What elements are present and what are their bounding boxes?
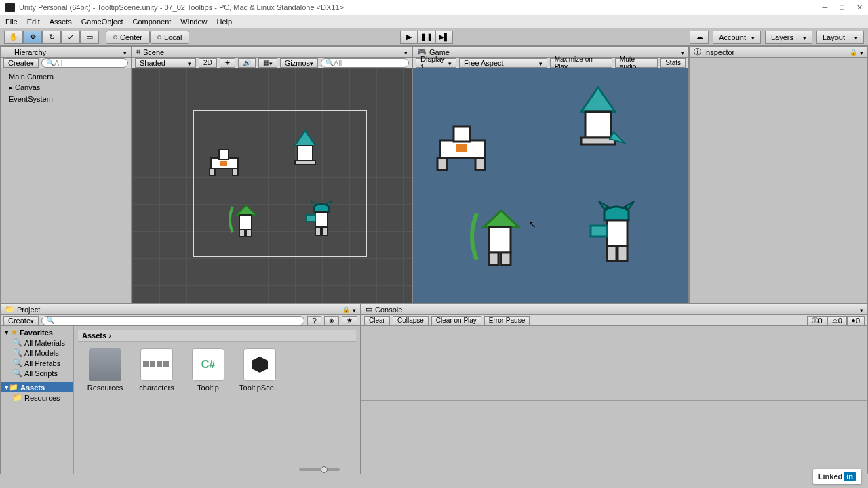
sprite-wizard[interactable] (288, 129, 322, 167)
maximize-toggle[interactable]: Maximize on Play (550, 58, 612, 68)
breadcrumb[interactable]: Assets › (78, 330, 356, 342)
shading-dropdown[interactable]: Shaded (135, 58, 196, 68)
console-clear-on-play[interactable]: Clear on Play (431, 316, 481, 325)
asset-grid: Resources characters C# Tooltip TooltipS… (78, 342, 356, 399)
fav-item[interactable]: 🔍All Scripts (1, 368, 73, 378)
console-tab[interactable]: ▭Console (361, 304, 867, 315)
warn-count[interactable]: ⚠ 0 (827, 316, 847, 325)
asset-folder[interactable]: Resources (85, 348, 125, 392)
menubar: File Edit Assets GameObject Component Wi… (0, 15, 868, 28)
play-controls: ▶ ❚❚ ▶▌ (400, 30, 453, 44)
scene-view[interactable] (132, 68, 412, 303)
stats-toggle[interactable]: Stats (660, 58, 686, 68)
pivot-local[interactable]: Local (150, 30, 189, 44)
filter-type-icon[interactable]: ◈ (324, 316, 339, 325)
svg-rect-40 (163, 361, 169, 367)
scene-search[interactable]: 🔍All (321, 58, 409, 68)
svg-rect-10 (239, 230, 245, 237)
hierarchy-tab[interactable]: ☰Hierarchy (1, 47, 131, 58)
hierarchy-create[interactable]: Create (3, 58, 39, 68)
asset-scene[interactable]: TooltipSce... (239, 348, 280, 392)
aspect-dropdown[interactable]: Free Aspect (459, 58, 547, 68)
favorites-header[interactable]: ▾★Favorites (1, 327, 73, 338)
console-clear[interactable]: Clear (364, 316, 390, 325)
right-toolbar: ☁ Account Layers Layout (690, 30, 864, 44)
error-count[interactable]: ● 0 (847, 316, 865, 325)
project-create[interactable]: Create (3, 316, 39, 325)
asset-script[interactable]: C# Tooltip (188, 348, 229, 392)
scene-tab[interactable]: ⌗Scene (132, 47, 412, 58)
svg-marker-41 (252, 357, 268, 373)
project-search[interactable]: 🔍 (41, 316, 304, 325)
grid-size-slider[interactable] (299, 468, 340, 471)
fav-item[interactable]: 🔍All Models (1, 348, 73, 358)
assets-root[interactable]: ▾📁Assets (1, 382, 73, 392)
rotate-tool[interactable]: ↻ (42, 30, 61, 44)
project-body: ▾★Favorites 🔍All Materials 🔍All Models 🔍… (1, 326, 360, 474)
menu-edit[interactable]: Edit (27, 18, 40, 26)
move-tool[interactable]: ✥ (23, 30, 42, 44)
hierarchy-item[interactable]: ▸ Canvas (1, 82, 131, 94)
pivot-group: Center Local (106, 30, 189, 44)
console-collapse[interactable]: Collapse (393, 316, 429, 325)
menu-file[interactable]: File (5, 18, 18, 26)
display-dropdown[interactable]: Display 1 (416, 58, 456, 68)
scene-toolbar: Shaded 2D ☀ 🔊 ▦ Gizmos 🔍All (132, 58, 412, 68)
hierarchy-item[interactable]: Main Camera (1, 71, 131, 82)
filter-icon[interactable]: ⚲ (307, 316, 321, 325)
menu-help[interactable]: Help (216, 18, 232, 26)
fx-toggle[interactable]: ▦ (258, 58, 277, 68)
layout-dropdown[interactable]: Layout (816, 30, 864, 44)
close-button[interactable]: ✕ (856, 3, 863, 12)
menu-gameobject[interactable]: GameObject (81, 18, 123, 26)
inspector-tab[interactable]: ⓘInspector 🔒 (690, 47, 867, 58)
account-dropdown[interactable]: Account (713, 30, 761, 44)
pause-button[interactable]: ❚❚ (418, 30, 435, 44)
save-search-icon[interactable]: ★ (342, 316, 357, 325)
sprite-archer[interactable] (227, 201, 264, 238)
step-button[interactable]: ▶▌ (435, 30, 453, 44)
scale-tool[interactable]: ⤢ (61, 30, 80, 44)
folder-item[interactable]: 📁Resources (1, 392, 73, 403)
csharp-icon: C# (192, 348, 224, 381)
minimize-button[interactable]: ─ (823, 3, 828, 12)
svg-rect-29 (489, 253, 498, 265)
unity-scene-icon (243, 348, 276, 381)
gizmos-dropdown[interactable]: Gizmos (280, 58, 318, 68)
layers-dropdown[interactable]: Layers (765, 30, 812, 44)
mode-2d[interactable]: 2D (199, 58, 217, 68)
svg-rect-21 (437, 158, 447, 170)
fav-item[interactable]: 🔍All Materials (1, 338, 73, 348)
project-grid-area: Assets › Resources characters C# Tooltip (74, 326, 360, 474)
svg-rect-14 (315, 212, 328, 227)
audio-toggle[interactable]: 🔊 (238, 58, 256, 68)
cloud-button[interactable]: ☁ (690, 30, 709, 44)
hand-tool[interactable]: ✋ (4, 30, 23, 44)
maximize-button[interactable]: □ (840, 3, 844, 12)
hierarchy-item[interactable]: EventSystem (1, 94, 131, 104)
sprite-knight[interactable] (207, 143, 243, 177)
slider-thumb[interactable] (321, 466, 328, 473)
cursor-icon: ↖ (528, 219, 536, 230)
sprite-viking[interactable] (304, 201, 341, 238)
pivot-center[interactable]: Center (106, 30, 150, 44)
asset-image[interactable]: characters (136, 348, 177, 392)
menu-window[interactable]: Window (180, 18, 207, 26)
svg-rect-4 (233, 169, 238, 176)
info-count[interactable]: ⓘ 0 (807, 316, 827, 325)
project-tab[interactable]: 📁Project 🔒 (1, 304, 360, 315)
play-button[interactable]: ▶ (400, 30, 418, 44)
mute-toggle[interactable]: Mute audio (615, 58, 658, 68)
lighting-toggle[interactable]: ☀ (220, 58, 235, 68)
svg-rect-16 (315, 227, 321, 235)
console-detail (361, 401, 867, 474)
console-error-pause[interactable]: Error Pause (484, 316, 530, 325)
hierarchy-search[interactable]: 🔍All (41, 58, 128, 68)
fav-item[interactable]: 🔍All Prefabs (1, 358, 73, 368)
menu-component[interactable]: Component (132, 18, 171, 26)
rect-tool[interactable]: ▭ (80, 30, 99, 44)
svg-rect-36 (618, 246, 627, 261)
game-view[interactable]: ↖ (413, 68, 688, 303)
menu-assets[interactable]: Assets (50, 18, 72, 26)
project-panel: 📁Project 🔒 Create 🔍 ⚲ ◈ ★ ▾★Favorites 🔍A… (0, 304, 361, 474)
